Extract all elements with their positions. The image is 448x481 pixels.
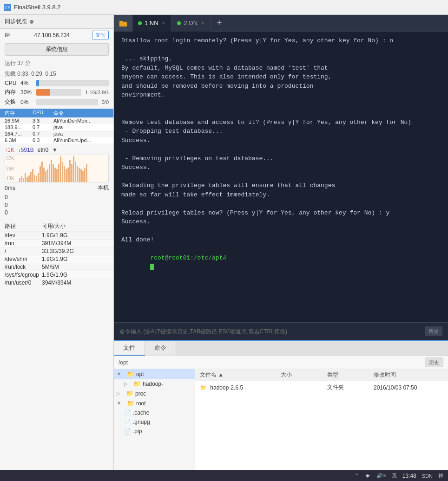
table-row: /sys/fs/cgroup1.9G/1.9G [0, 271, 113, 279]
cmd-input[interactable] [119, 328, 421, 335]
tree-item-hadoop[interactable]: ▷ 📁 hadoop- [114, 379, 195, 389]
ip-value: 47.100.56.234 [34, 32, 70, 39]
proc-cpu: 3.3 [33, 118, 53, 124]
tab-1-close[interactable]: × [161, 20, 166, 26]
history-button[interactable]: 历史 [425, 326, 442, 336]
ping-vals-1: 0 [0, 202, 113, 209]
tab-1-nn[interactable]: 1 NN × [132, 15, 171, 32]
tab-2-label: 2 DN [184, 20, 198, 26]
tree-item-label: opt [136, 371, 144, 377]
disk-path-header: 路径 [5, 222, 42, 230]
swap-bar-container [36, 99, 98, 105]
chart-bar [34, 175, 35, 182]
mem-value: 30% [20, 89, 34, 96]
terminal-line: and should be removed before moving into… [121, 82, 441, 91]
expand-icon: ▼ [117, 401, 121, 406]
cpu-bar-fill [36, 80, 39, 86]
tree-item-label: .cache [133, 410, 149, 416]
tab-2-close[interactable]: × [200, 20, 205, 26]
tab-commands[interactable]: 命令 [145, 341, 176, 356]
copy-ip-button[interactable]: 复制 [92, 31, 109, 39]
tree-item-gnupg[interactable]: 📄 .gnupg [114, 417, 195, 427]
col-size: 大小 [281, 371, 327, 379]
tree-item-cache[interactable]: 📄 .cache [114, 408, 195, 417]
file-path: /opt [119, 359, 128, 366]
tree-item-root[interactable]: ▼ 📁 root [114, 398, 195, 408]
tree-item-pip[interactable]: 📄 .pip [114, 427, 195, 436]
tabs-bar: 1 NN × 2 DN × + [114, 15, 448, 32]
proc-cmd: AliYunDunMon... [53, 118, 109, 124]
chart-bar [77, 166, 78, 182]
file-modified: 2016/10/03 07:50 [374, 384, 443, 391]
proc-mem-header: 内存 [5, 110, 33, 117]
tree-item-proc[interactable]: ▷ 📁 proc [114, 389, 195, 398]
tab-files[interactable]: 文件 [114, 341, 145, 356]
titlebar: FS FinalShell 3.9.8.2 [0, 0, 448, 15]
svg-text:FS: FS [5, 6, 11, 10]
chart-bar [36, 176, 37, 182]
terminal[interactable]: Disallow root login remotely? (Press y|Y… [114, 32, 448, 322]
terminal-line [121, 109, 441, 118]
chart-label-top: 37K [6, 156, 14, 161]
ping-value: 0ms [5, 185, 15, 191]
chart-bar [30, 172, 32, 182]
chart-bar [53, 164, 54, 182]
folder-icon: 📁 [133, 380, 141, 387]
chart-bar [73, 156, 74, 182]
proc-cmd: java [53, 131, 109, 136]
content-area: 1 NN × 2 DN × + Disallow root login remo… [114, 15, 448, 470]
statusbar: ⌃ 🔊× 英 13:48 SDN 神 [0, 470, 448, 481]
terminal-line [121, 227, 441, 236]
sync-dot [30, 20, 33, 24]
terminal-line [121, 145, 441, 154]
list-item[interactable]: 📁 hadoop-2.6.5 文件夹 2016/10/03 07:50 [195, 381, 448, 394]
chart-bar [84, 168, 86, 182]
file-icon: 📄 [124, 419, 131, 425]
expand-icon: ▷ [124, 381, 128, 386]
file-list-header: 文件名 ▲ 大小 类型 修改时间 [195, 369, 448, 381]
tab-2-dn[interactable]: 2 DN × [171, 15, 211, 32]
net-up: ↑1K [5, 147, 14, 153]
terminal-line: All done! [121, 235, 441, 245]
chart-bar [51, 160, 52, 182]
ping-vals-0: 0 [0, 193, 113, 202]
tree-item-label: .pip [133, 428, 142, 435]
folder-icon-button[interactable] [114, 15, 132, 32]
chart-bar [26, 177, 28, 182]
table-row: /run/user/0394M/394M [0, 279, 113, 286]
chart-bar [66, 169, 67, 182]
folder-icon: 📁 [127, 400, 134, 407]
file-list: 文件名 ▲ 大小 类型 修改时间 📁 hadoop-2.6.5 文件夹 2016… [195, 369, 448, 470]
chart-bar [43, 168, 45, 182]
status-time: 13:48 [402, 473, 416, 479]
terminal-line: Success. [121, 217, 441, 227]
col-modified: 修改时间 [374, 371, 443, 379]
status-lang: 英 [392, 472, 397, 479]
file-type: 文件夹 [327, 384, 374, 391]
terminal-line [121, 172, 441, 182]
ping-src: 本机 [98, 184, 109, 192]
add-tab-button[interactable]: + [211, 18, 228, 28]
proc-mem: 6.3M [5, 137, 33, 143]
process-table: 内存 CPU 命令 26.9M 3.3 AliYunDunMon... 188.… [0, 109, 113, 143]
file-history-button[interactable]: 历史 [425, 358, 443, 367]
folder-icon: 📁 [200, 384, 207, 391]
proc-cpu-header: CPU [33, 110, 53, 117]
table-row: 26.9M 3.3 AliYunDunMon... [0, 117, 113, 124]
terminal-line [121, 199, 441, 208]
tree-item-opt[interactable]: ▼ 📁 opt [114, 369, 195, 379]
proc-cmd: java [53, 124, 109, 130]
sysinfo-button[interactable]: 系统信息 [5, 43, 109, 56]
chart-bar [80, 169, 82, 182]
proc-mem: 164.7... [5, 131, 33, 136]
mem-label: 内存 [5, 88, 19, 96]
chart-bar [21, 176, 22, 182]
folder-icon: 📁 [127, 370, 134, 377]
mem-bar-fill [36, 89, 50, 96]
file-icon: 📄 [124, 410, 131, 416]
terminal-prompt: root@root01:/etc/apt# [150, 254, 226, 261]
chart-bar [58, 164, 59, 182]
net-iface: eth0 [38, 147, 48, 153]
cpu-row: CPU 4% [0, 79, 113, 87]
net-dropdown-icon[interactable]: ▼ [52, 147, 58, 153]
